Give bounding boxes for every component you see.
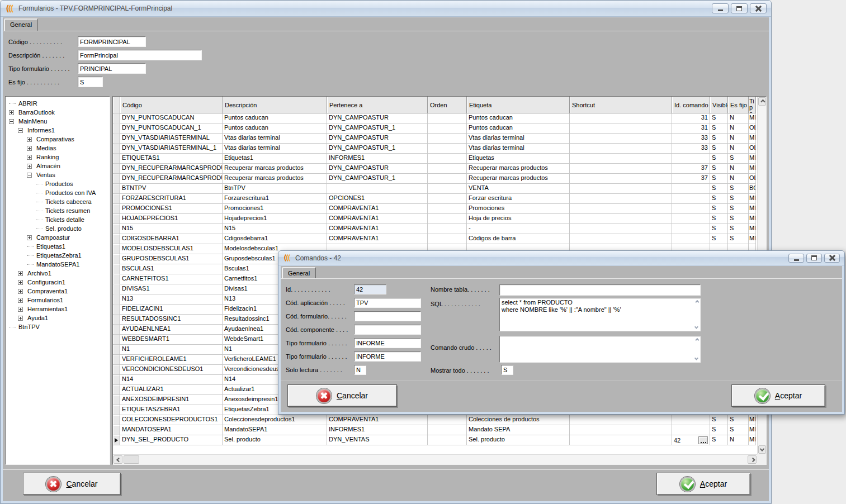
cell-orden[interactable] — [428, 154, 467, 164]
cell-tipo-comando[interactable]: MI — [749, 204, 756, 214]
cell-shortcut[interactable] — [570, 123, 672, 134]
table-row[interactable]: DYN_VTASDIARIASTERMINAL_1 Vtas diarias t… — [113, 144, 766, 154]
expand-icon[interactable] — [27, 235, 32, 240]
cell-id-comando[interactable]: 33 33 — [672, 144, 710, 154]
tree-item[interactable]: Etiquetas1 — [7, 242, 110, 251]
cell-es-fijo[interactable]: S — [728, 214, 749, 224]
cell-id-comando[interactable] — [672, 184, 710, 194]
cell-visible[interactable]: S — [710, 204, 728, 214]
cell-codigo[interactable]: DYN_VTASDIARIASTERMINAL_1 — [120, 144, 223, 154]
cell-id-comando[interactable]: 42 42 — [672, 435, 710, 445]
tree-item[interactable]: Campoastur — [7, 233, 110, 242]
cell-etiqueta[interactable]: Códigos de barra — [467, 234, 570, 244]
cell-tipo-comando[interactable]: MI — [749, 224, 756, 234]
cell-pertenece[interactable]: DYN_CAMPOASTUR — [327, 134, 428, 144]
cell-shortcut[interactable] — [570, 425, 672, 435]
cell-descripcion[interactable]: Vtas diarias terminal — [223, 144, 327, 154]
table-row[interactable]: DYN_PUNTOSCADUCAN Puntos caducan DYN_CAM… — [113, 113, 766, 123]
cell-codigo[interactable]: PROMOCIONES1 — [120, 204, 223, 214]
main-titlebar[interactable]: Formularios - TPV,FORMPRINCIPAL-FormPrin… — [1, 1, 771, 17]
expand-icon[interactable] — [27, 164, 32, 169]
cancel-button[interactable]: Cancelar — [23, 473, 121, 495]
cell-descripcion[interactable]: Puntos caducan — [223, 113, 327, 123]
cell-visible[interactable]: S — [710, 214, 728, 224]
cell-codigo[interactable]: ANEXOSDEIMPRESIN1 — [120, 395, 223, 405]
cell-codigo[interactable]: DYN_PUNTOSCADUCAN — [120, 113, 223, 123]
cell-es-fijo[interactable]: N — [728, 435, 749, 445]
tree-item[interactable]: Productos — [7, 179, 110, 188]
cell-orden[interactable] — [428, 234, 467, 244]
tree-item[interactable]: Formularios1 — [7, 296, 110, 305]
cell-shortcut[interactable] — [570, 154, 672, 164]
cell-shortcut[interactable] — [570, 164, 672, 174]
cell-codigo[interactable]: DYN_RECUPERARMARCASPRODU — [120, 174, 223, 184]
cell-tipo-comando[interactable]: OL — [749, 174, 756, 184]
tab-general-main[interactable]: General — [4, 18, 38, 31]
cell-es-fijo[interactable]: N — [728, 164, 749, 174]
expand-icon[interactable] — [18, 280, 23, 285]
table-row[interactable]: COLECCIONESDEPRODUCTOS1 Coleccionesdepro… — [113, 415, 766, 425]
cell-id-comando[interactable] — [672, 224, 710, 234]
cell-descripcion[interactable]: Forzarescritura1 — [223, 194, 327, 204]
tree-item[interactable]: MainMenu — [7, 117, 110, 126]
cell-codigo[interactable]: CDIGOSDEBARRA1 — [120, 234, 223, 244]
cell-etiqueta[interactable]: Puntos caducan — [467, 113, 570, 123]
tree-item[interactable]: EtiquetasZebra1 — [7, 251, 110, 260]
cell-shortcut[interactable] — [570, 224, 672, 234]
nombre-tabla-input[interactable] — [499, 284, 701, 296]
accept-button[interactable]: Aceptar — [656, 473, 750, 495]
cell-es-fijo[interactable]: N — [728, 123, 749, 134]
cell-pertenece[interactable]: DYN_CAMPOASTUR_1 — [327, 174, 428, 184]
cell-pertenece[interactable]: COMPRAVENTA1 — [327, 204, 428, 214]
cell-pertenece[interactable]: DYN_CAMPOASTUR_1 — [327, 144, 428, 154]
cell-visible[interactable]: S — [710, 425, 728, 435]
cell-es-fijo[interactable]: N — [728, 134, 749, 144]
codigo-input[interactable] — [78, 36, 146, 47]
cell-descripcion[interactable]: Puntos caducan — [223, 123, 327, 134]
table-row[interactable]: DYN_SEL_PRODUCTO Sel. producto DYN_VENTA… — [113, 435, 766, 445]
cell-codigo[interactable]: ACTUALIZAR1 — [120, 385, 223, 395]
scroll-left-button[interactable] — [114, 455, 122, 464]
dialog-titlebar[interactable]: Comandos - 42 — [278, 251, 844, 265]
cell-descripcion[interactable]: Promociones1 — [223, 204, 327, 214]
mostrar-todo-input[interactable] — [501, 365, 513, 375]
cell-orden[interactable] — [428, 415, 467, 425]
cell-codigo[interactable]: N13 — [120, 294, 223, 305]
cell-pertenece[interactable]: COMPRAVENTA1 — [327, 224, 428, 234]
cell-visible[interactable]: S — [710, 224, 728, 234]
header-codigo[interactable]: Código — [120, 97, 223, 113]
tree-item[interactable]: Herramientas1 — [7, 305, 110, 313]
table-row[interactable]: BTNTPV BtnTPV VENTA — [113, 184, 766, 194]
cell-codigo[interactable]: DYN_SEL_PRODUCTO — [120, 435, 223, 445]
cell-tipo-comando[interactable]: OL — [749, 144, 756, 154]
cell-id-comando[interactable]: 37 37 — [672, 174, 710, 184]
cell-tipo-comando[interactable]: MI — [749, 194, 756, 204]
cell-tipo-comando[interactable]: MI — [749, 214, 756, 224]
cell-visible[interactable]: S — [710, 184, 728, 194]
expand-icon[interactable] — [27, 137, 32, 142]
hscroll-thumb[interactable] — [124, 455, 139, 464]
cell-orden[interactable] — [428, 204, 467, 214]
cell-etiqueta[interactable]: Promociones — [467, 204, 570, 214]
table-row[interactable]: DYN_VTASDIARIASTERMINAL Vtas diarias ter… — [113, 134, 766, 144]
cell-shortcut[interactable] — [570, 184, 672, 194]
cell-orden[interactable] — [428, 123, 467, 134]
cell-tipo-comando[interactable]: MI — [749, 154, 756, 164]
cell-descripcion[interactable]: Recuperar marcas productos — [223, 174, 327, 184]
tab-general-dialog[interactable]: General — [282, 267, 316, 278]
solo-lectura-input[interactable] — [354, 365, 366, 375]
cell-codigo[interactable]: VERCONDICIONESDEUSO1 — [120, 365, 223, 375]
cell-id-comando[interactable] — [672, 425, 710, 435]
cell-tipo-comando[interactable]: MI — [749, 415, 756, 425]
cell-tipo-comando[interactable]: MI — [749, 113, 756, 123]
cell-visible[interactable]: S — [710, 435, 728, 445]
cell-pertenece[interactable]: COMPRAVENTA1 — [327, 234, 428, 244]
expand-icon[interactable] — [18, 298, 23, 303]
table-row[interactable]: FORZARESCRITURA1 Forzarescritura1 OPCION… — [113, 194, 766, 204]
cell-etiqueta[interactable]: Recuperar marcas productos — [467, 174, 570, 184]
cell-tipo-comando[interactable]: OL — [749, 123, 756, 134]
cell-codigo[interactable]: ETIQUETAS1 — [120, 154, 223, 164]
cell-tipo-comando[interactable]: MI — [749, 435, 756, 445]
cod-componente-input[interactable] — [354, 325, 421, 335]
cell-codigo[interactable]: N1 — [120, 345, 223, 355]
